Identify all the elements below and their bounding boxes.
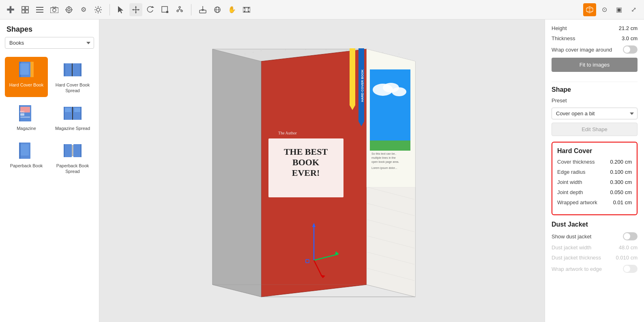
shape-item-hard-cover-book[interactable]: Hard Cover Book	[5, 57, 48, 97]
svg-text:multiple lines in the: multiple lines in the	[371, 156, 396, 160]
wrap-artwork-toggle[interactable]	[623, 265, 638, 273]
target-button[interactable]	[62, 3, 75, 16]
toolbar-center-group	[115, 3, 186, 16]
cube-render-button[interactable]	[583, 3, 596, 16]
settings-button[interactable]: ⚙	[77, 3, 90, 16]
svg-point-103	[245, 54, 245, 54]
edit-shape-button[interactable]: Edit Shape	[552, 123, 638, 136]
shape-item-paperback-book-spread[interactable]: Paperback Book Spread	[51, 138, 94, 178]
show-dust-jacket-toggle[interactable]	[623, 232, 638, 240]
svg-rect-80	[74, 108, 80, 112]
svg-rect-54	[245, 8, 248, 12]
wrap-cover-label: Wrap cover image around	[552, 47, 612, 53]
hand2-button[interactable]: ✋	[225, 3, 238, 16]
cover-thickness-value: 0.200 cm	[610, 159, 632, 165]
sun-button[interactable]	[92, 3, 105, 16]
toolbar-left-group: ➕ ⚙	[4, 3, 105, 16]
grid-button[interactable]	[19, 3, 32, 16]
expand-view-button[interactable]: ⤢	[627, 3, 640, 16]
edge-radius-label: Edge radius	[557, 169, 585, 175]
book-3d-canvas: HARD COVER BOOK So this text can be.. mu…	[164, 25, 480, 317]
svg-text:So this text can be..: So this text can be..	[371, 152, 397, 155]
edge-radius-row: Edge radius 0.100 cm	[557, 169, 632, 175]
svg-point-112	[399, 54, 399, 54]
svg-rect-64	[72, 63, 73, 76]
hard-cover-book-spread-icon	[63, 60, 82, 80]
dust-jacket-title: Dust Jacket	[552, 221, 638, 228]
show-dust-jacket-label: Show dust jacket	[552, 233, 591, 240]
sidebar-title: Shapes	[0, 19, 99, 37]
menu-button[interactable]	[33, 3, 46, 16]
preset-label: Preset	[552, 97, 567, 104]
svg-rect-144	[370, 140, 410, 151]
svg-point-105	[261, 50, 262, 51]
top-toolbar: ➕ ⚙	[0, 0, 644, 19]
svg-text:HARD COVER BOOK: HARD COVER BOOK	[361, 69, 364, 102]
shape-item-hard-cover-book-spread[interactable]: Hard Cover Book Spread	[51, 57, 94, 97]
preset-dropdown[interactable]: Cover open a bit	[552, 108, 638, 119]
svg-point-10	[66, 7, 72, 13]
svg-rect-71	[20, 113, 24, 116]
import-button[interactable]	[196, 3, 209, 16]
hard-cover-book-icon	[17, 60, 36, 80]
panel-view-button[interactable]: ▣	[612, 3, 625, 16]
svg-point-11	[68, 9, 70, 11]
svg-rect-34	[166, 11, 168, 13]
svg-point-143	[392, 87, 406, 96]
film-button[interactable]	[240, 3, 253, 16]
svg-point-104	[253, 52, 253, 53]
magazine-spread-icon	[63, 104, 82, 123]
left-sidebar: Shapes Books Hard Cover Book	[0, 19, 99, 322]
scale-button[interactable]	[159, 3, 172, 16]
camera-button[interactable]	[48, 3, 61, 16]
shape-item-paperback-book[interactable]: Paperback Book	[5, 138, 48, 178]
joint-depth-value: 0.050 cm	[610, 189, 632, 195]
preset-label-row: Preset	[552, 97, 638, 104]
add-button[interactable]: ➕	[4, 3, 17, 16]
svg-rect-137	[350, 48, 355, 105]
paperback-book-label: Paperback Book	[10, 163, 43, 169]
shapes-category-dropdown[interactable]: Books	[5, 37, 94, 49]
svg-rect-77	[64, 107, 65, 120]
globe-button[interactable]	[211, 3, 224, 16]
height-label: Height	[552, 25, 567, 31]
shape-item-magazine-spread[interactable]: Magazine Spread	[51, 100, 94, 134]
fit-images-button[interactable]: Fit to images	[552, 58, 638, 72]
svg-rect-69	[19, 105, 20, 121]
paperback-book-icon	[17, 141, 36, 160]
toolbar-right-group-mid: ✋	[196, 3, 253, 16]
wrap-cover-toggle[interactable]	[623, 45, 638, 54]
wrapped-artwork-label: Wrapped artwork	[557, 199, 597, 205]
wrap-artwork-label: Wrap artwork to edge	[552, 266, 602, 272]
svg-rect-83	[21, 144, 29, 156]
rotate-button[interactable]	[144, 3, 157, 16]
svg-text:EVER!: EVER!	[292, 168, 320, 178]
select-button[interactable]	[115, 3, 128, 16]
svg-text:MAG: MAG	[20, 110, 25, 113]
shape-section-title: Shape	[552, 86, 638, 93]
svg-point-111	[382, 52, 383, 53]
shape-item-magazine[interactable]: MAG Magazine	[5, 100, 48, 134]
edge-radius-value: 0.100 cm	[610, 169, 632, 175]
shapes-grid: Hard Cover Book Hard Cover Book Spread	[0, 54, 99, 181]
height-row: Height 21.2 cm	[552, 25, 638, 31]
svg-line-22	[100, 12, 101, 13]
sphere-render-button[interactable]: ⊙	[598, 3, 611, 16]
svg-text:The Author: The Author	[278, 131, 297, 135]
svg-rect-0	[22, 6, 25, 9]
height-value: 21.2 cm	[619, 25, 638, 31]
canvas-area[interactable]: HARD COVER BOOK So this text can be.. mu…	[99, 19, 545, 322]
tree-button[interactable]	[173, 3, 186, 16]
hard-cover-section: Hard Cover Cover thickness 0.200 cm Edge…	[552, 142, 638, 215]
joint-depth-row: Joint depth 0.050 cm	[557, 189, 632, 195]
wrapped-artwork-row: Wrapped artwork 0.01 cm	[557, 199, 632, 205]
svg-point-39	[177, 10, 178, 12]
svg-rect-4	[36, 7, 43, 8]
svg-text:Lorem ipsum dolor...: Lorem ipsum dolor...	[371, 166, 397, 170]
svg-rect-88	[80, 144, 82, 157]
svg-line-23	[100, 7, 101, 8]
svg-marker-30	[132, 9, 134, 11]
move-button[interactable]	[129, 3, 142, 16]
svg-rect-75	[72, 107, 73, 120]
svg-rect-85	[72, 145, 73, 156]
